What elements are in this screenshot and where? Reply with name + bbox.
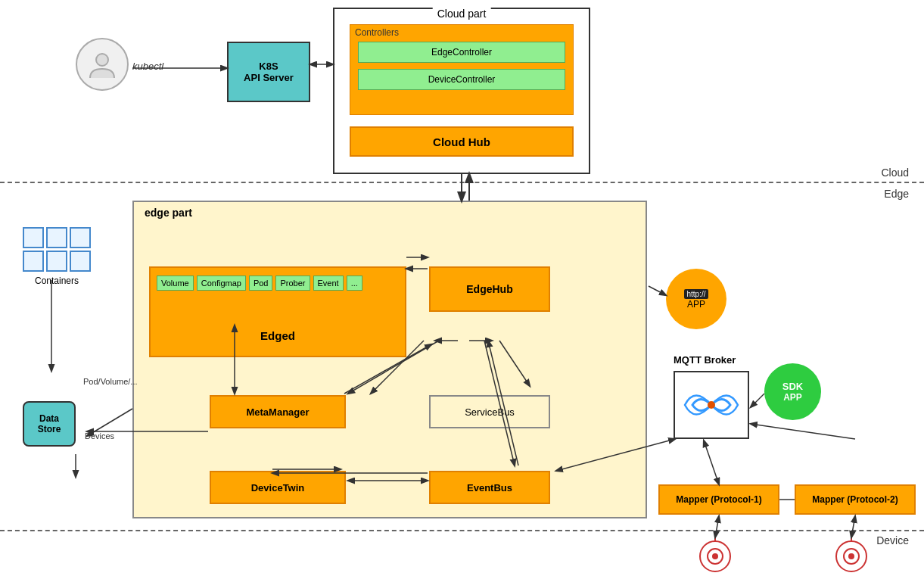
sdk-label: SDK xyxy=(782,381,803,392)
svg-line-14 xyxy=(649,286,666,295)
containers-area: Containers xyxy=(23,227,91,286)
kubectl-label: kubectl xyxy=(132,61,163,72)
edged-box: Volume Configmap Pod Prober Event ... Ed… xyxy=(149,266,406,357)
eventbus-box: EventBus xyxy=(429,471,550,504)
sdk-app-circle: SDK APP xyxy=(764,363,821,420)
module-prober: Prober xyxy=(275,276,310,291)
device-divider xyxy=(0,530,924,531)
datastore-label: DataStore xyxy=(38,413,61,434)
svg-point-0 xyxy=(96,54,108,66)
edge-controller-box: EdgeController xyxy=(358,42,565,63)
servicebus-box: ServiceBus xyxy=(429,395,550,428)
edged-label: Edged xyxy=(260,329,295,342)
cloud-part-title: Cloud part xyxy=(433,8,491,20)
app-label: APP xyxy=(687,299,705,310)
containers-grid xyxy=(23,227,91,272)
cloud-hub-box: Cloud Hub xyxy=(350,126,574,157)
svg-line-32 xyxy=(715,516,719,537)
pod-volume-label: Pod/Volume/... xyxy=(83,377,138,386)
device-icon1 xyxy=(696,537,734,575)
metamanager-box: MetaManager xyxy=(210,395,346,428)
device-controller-box: DeviceController xyxy=(358,69,565,90)
svg-point-4 xyxy=(712,553,718,559)
architecture-diagram: Cloud Edge Device kubectl K8SAPI Server … xyxy=(0,0,924,576)
datastore-cylinder: DataStore xyxy=(23,401,76,447)
devicetwin-box: DeviceTwin xyxy=(210,471,346,504)
mqtt-label: MQTT Broker xyxy=(674,354,736,366)
container-cell xyxy=(70,251,91,272)
module-pod: Pod xyxy=(249,276,273,291)
svg-line-31 xyxy=(751,394,764,407)
edgehub-box: EdgeHub xyxy=(429,266,550,312)
mqtt-icon xyxy=(681,378,742,431)
module-volume: Volume xyxy=(157,276,194,291)
container-cell xyxy=(46,227,67,248)
svg-line-39 xyxy=(751,424,855,439)
container-cell xyxy=(23,251,44,272)
app-label2: APP xyxy=(783,392,802,403)
controllers-box: Controllers EdgeController DeviceControl… xyxy=(350,24,574,115)
k8s-api-server: K8SAPI Server xyxy=(227,42,310,102)
controllers-label: Controllers xyxy=(355,27,399,38)
device-label: Device xyxy=(876,534,909,546)
container-cell xyxy=(70,227,91,248)
edge-part-title: edge part xyxy=(145,207,192,219)
device-icon2 xyxy=(832,537,870,575)
k8s-label: K8SAPI Server xyxy=(244,61,294,83)
http-app-circle: http:// APP xyxy=(666,269,726,329)
module-configmap: Configmap xyxy=(197,276,246,291)
mqtt-box xyxy=(674,371,749,439)
devices-label: Devices xyxy=(85,431,114,441)
edge-part-box: edge part Volume Configmap Pod Prober Ev… xyxy=(132,201,647,518)
cloud-label: Cloud xyxy=(881,167,909,179)
module-more: ... xyxy=(347,276,362,291)
svg-point-1 xyxy=(708,401,715,409)
datastore-area: DataStore xyxy=(23,401,76,447)
modules-row: Volume Configmap Pod Prober Event ... xyxy=(157,276,399,291)
svg-line-33 xyxy=(851,516,855,537)
container-cell xyxy=(46,251,67,272)
mapper1-box: Mapper (Protocol-1) xyxy=(658,484,779,515)
http-badge: http:// xyxy=(684,289,708,299)
module-event: Event xyxy=(313,276,344,291)
cloud-part-box: Cloud part Controllers EdgeController De… xyxy=(333,8,590,174)
edge-label: Edge xyxy=(884,188,909,200)
mapper2-box: Mapper (Protocol-2) xyxy=(795,484,916,515)
container-cell xyxy=(23,227,44,248)
svg-point-8 xyxy=(848,553,854,559)
user-icon xyxy=(76,38,129,91)
containers-label: Containers xyxy=(23,276,91,286)
svg-line-30 xyxy=(704,441,719,484)
cloud-divider xyxy=(0,182,924,183)
